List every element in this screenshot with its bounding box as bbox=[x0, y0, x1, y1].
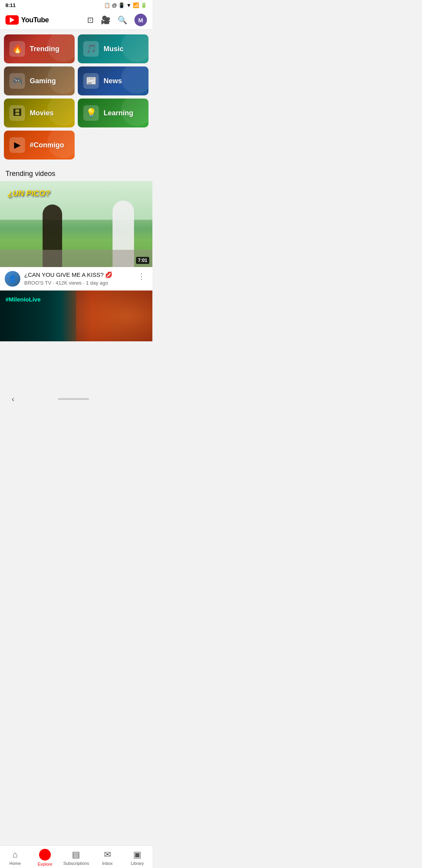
separator-2: · bbox=[83, 280, 86, 286]
time-display: 8:11 bbox=[5, 2, 16, 8]
category-gaming[interactable]: 🎮 Gaming bbox=[4, 66, 75, 95]
category-music[interactable]: 🎵 Music bbox=[78, 34, 148, 63]
video-meta-1: ¿CAN YOU GIVE ME A KISS? 💋 BROO'S TV · 4… bbox=[24, 271, 131, 286]
conmigo-label: #Conmigo bbox=[30, 141, 64, 149]
category-news[interactable]: 📰 News bbox=[78, 66, 148, 95]
home-bar bbox=[58, 398, 89, 400]
video-thumbnail-2[interactable]: #MilenioLive bbox=[0, 291, 152, 341]
video-thumbnail-1[interactable]: ¿UN PICO? 7:01 bbox=[0, 181, 152, 267]
at-icon: @ bbox=[112, 2, 117, 8]
category-conmigo[interactable]: ▶ #Conmigo bbox=[4, 131, 75, 160]
top-nav: YouTube ⊡ 🎥 🔍 M bbox=[0, 11, 152, 30]
trending-section-title: Trending videos bbox=[5, 170, 55, 178]
wifi-icon: ▼ bbox=[126, 2, 131, 8]
vibrate-icon: 📳 bbox=[118, 2, 125, 8]
trending-section-header: Trending videos bbox=[0, 164, 152, 181]
movies-icon: 🎞 bbox=[9, 105, 25, 121]
gaming-label: Gaming bbox=[30, 77, 56, 85]
channel-avatar-1[interactable]: 👤 bbox=[5, 271, 20, 287]
search-button[interactable]: 🔍 bbox=[118, 15, 127, 25]
learning-label: Learning bbox=[104, 109, 133, 117]
trending-icon: 🔥 bbox=[9, 41, 25, 57]
news-icon: 📰 bbox=[83, 73, 99, 89]
news-label: News bbox=[104, 77, 122, 85]
video-subtitle-1: BROO'S TV · 412K views · 1 day ago bbox=[24, 280, 131, 286]
time-ago-1: 1 day ago bbox=[86, 280, 108, 286]
music-label: Music bbox=[104, 45, 123, 53]
category-learning[interactable]: 💡 Learning bbox=[78, 99, 148, 127]
learning-icon: 💡 bbox=[83, 105, 99, 121]
battery-icon: 🔋 bbox=[141, 2, 147, 8]
category-trending[interactable]: 🔥 Trending bbox=[4, 34, 75, 63]
avatar[interactable]: M bbox=[134, 14, 147, 26]
camera-button[interactable]: 🎥 bbox=[101, 15, 111, 25]
cast-button[interactable]: ⊡ bbox=[87, 15, 94, 25]
video-card-1[interactable]: ¿UN PICO? 7:01 👤 ¿CAN YOU GIVE ME A KISS… bbox=[0, 181, 152, 291]
video-duration-1: 7:01 bbox=[136, 257, 149, 264]
clipboard-icon: 📋 bbox=[104, 2, 110, 8]
signal-icon: 📶 bbox=[133, 2, 139, 8]
trending-label: Trending bbox=[30, 45, 59, 53]
video-title-1[interactable]: ¿CAN YOU GIVE ME A KISS? 💋 bbox=[24, 271, 131, 279]
status-icons: 📋 @ 📳 ▼ 📶 🔋 bbox=[104, 2, 147, 8]
youtube-logo-text: YouTube bbox=[21, 16, 49, 24]
channel-name-1: BROO'S TV bbox=[24, 280, 51, 286]
nav-icons: ⊡ 🎥 🔍 M bbox=[87, 14, 147, 26]
video-card-2[interactable]: #MilenioLive bbox=[0, 291, 152, 341]
home-indicator: ‹ bbox=[0, 392, 152, 431]
bottom-spacer bbox=[0, 341, 152, 392]
conmigo-icon: ▶ bbox=[9, 137, 25, 153]
youtube-logo-icon bbox=[5, 15, 19, 25]
movies-label: Movies bbox=[30, 109, 54, 117]
video-overlay-text: ¿UN PICO? bbox=[8, 189, 50, 198]
music-icon: 🎵 bbox=[83, 41, 99, 57]
video-more-button-1[interactable]: ⋮ bbox=[135, 271, 148, 282]
category-movies[interactable]: 🎞 Movies bbox=[4, 99, 75, 127]
video-info-1: 👤 ¿CAN YOU GIVE ME A KISS? 💋 BROO'S TV ·… bbox=[0, 267, 152, 291]
youtube-logo[interactable]: YouTube bbox=[5, 15, 83, 25]
view-count-1: 412K views bbox=[55, 280, 81, 286]
back-button[interactable]: ‹ bbox=[12, 395, 14, 404]
video-hashtag-2: #MilenioLive bbox=[5, 296, 41, 303]
gaming-icon: 🎮 bbox=[9, 73, 25, 89]
category-grid: 🔥 Trending 🎵 Music 🎮 Gaming 📰 News 🎞 Mov… bbox=[0, 30, 152, 164]
status-bar: 8:11 📋 @ 📳 ▼ 📶 🔋 bbox=[0, 0, 152, 11]
